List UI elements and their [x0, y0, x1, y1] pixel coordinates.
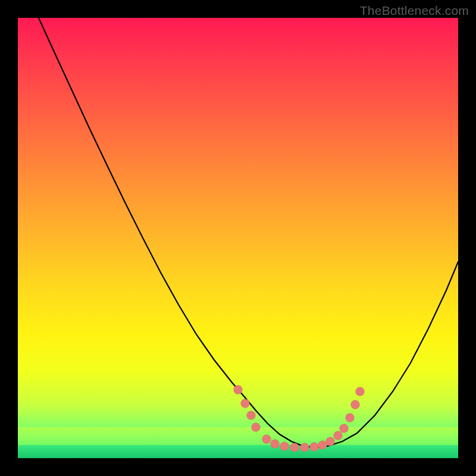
data-point	[241, 399, 250, 408]
data-point	[310, 443, 319, 452]
data-point	[334, 431, 343, 440]
data-point	[346, 414, 355, 422]
data-point	[351, 400, 360, 409]
data-point	[340, 424, 349, 433]
curve-svg	[18, 18, 458, 458]
data-point	[271, 440, 280, 449]
watermark-text: TheBottleneck.com	[360, 4, 469, 18]
data-point	[356, 387, 365, 396]
bottleneck-curve	[39, 18, 458, 447]
data-point	[326, 437, 335, 446]
plot-area	[18, 18, 458, 458]
data-point	[247, 411, 256, 420]
data-point	[252, 423, 261, 432]
data-point	[280, 442, 289, 451]
data-point	[290, 443, 299, 452]
data-points-group	[234, 386, 365, 452]
data-point	[318, 441, 327, 450]
chart-frame: TheBottleneck.com	[0, 0, 476, 476]
data-point	[300, 443, 309, 452]
data-point	[234, 386, 243, 394]
data-point	[262, 435, 271, 444]
